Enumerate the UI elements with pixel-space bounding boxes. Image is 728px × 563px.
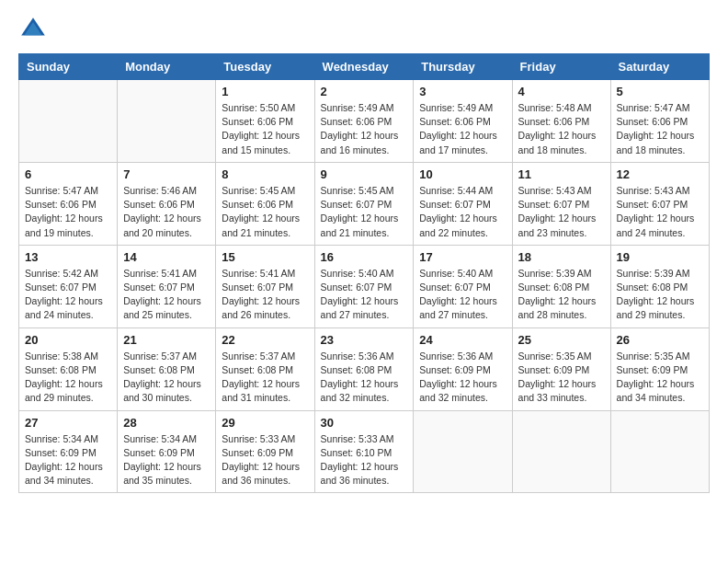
calendar-cell: 1Sunrise: 5:50 AMSunset: 6:06 PMDaylight… bbox=[216, 80, 314, 163]
calendar-cell: 6Sunrise: 5:47 AMSunset: 6:06 PMDaylight… bbox=[19, 162, 118, 245]
calendar-week-row: 6Sunrise: 5:47 AMSunset: 6:06 PMDaylight… bbox=[19, 162, 710, 245]
calendar-cell: 9Sunrise: 5:45 AMSunset: 6:07 PMDaylight… bbox=[314, 162, 414, 245]
day-detail: Sunrise: 5:44 AMSunset: 6:07 PMDaylight:… bbox=[419, 184, 506, 240]
day-number: 6 bbox=[25, 167, 111, 181]
logo-icon bbox=[18, 15, 48, 44]
day-header-monday: Monday bbox=[118, 54, 216, 80]
day-number: 2 bbox=[321, 85, 408, 98]
calendar-cell: 19Sunrise: 5:39 AMSunset: 6:08 PMDayligh… bbox=[610, 245, 709, 327]
calendar-cell: 11Sunrise: 5:43 AMSunset: 6:07 PMDayligh… bbox=[512, 162, 610, 245]
day-header-wednesday: Wednesday bbox=[314, 54, 414, 80]
day-detail: Sunrise: 5:40 AMSunset: 6:07 PMDaylight:… bbox=[419, 267, 506, 323]
day-header-thursday: Thursday bbox=[414, 54, 512, 80]
day-detail: Sunrise: 5:34 AMSunset: 6:09 PMDaylight:… bbox=[25, 432, 111, 488]
day-number: 12 bbox=[617, 167, 703, 181]
day-number: 5 bbox=[617, 85, 703, 98]
day-detail: Sunrise: 5:33 AMSunset: 6:09 PMDaylight:… bbox=[222, 432, 308, 488]
calendar-cell: 23Sunrise: 5:36 AMSunset: 6:08 PMDayligh… bbox=[314, 327, 414, 410]
calendar-cell: 5Sunrise: 5:47 AMSunset: 6:06 PMDaylight… bbox=[610, 80, 709, 163]
day-number: 21 bbox=[123, 333, 210, 347]
calendar-cell: 28Sunrise: 5:34 AMSunset: 6:09 PMDayligh… bbox=[118, 410, 216, 493]
calendar-cell: 18Sunrise: 5:39 AMSunset: 6:08 PMDayligh… bbox=[512, 245, 610, 327]
calendar-cell bbox=[19, 80, 118, 163]
calendar-week-row: 13Sunrise: 5:42 AMSunset: 6:07 PMDayligh… bbox=[19, 245, 710, 327]
day-detail: Sunrise: 5:38 AMSunset: 6:08 PMDaylight:… bbox=[25, 350, 111, 406]
day-number: 8 bbox=[222, 167, 308, 181]
header bbox=[18, 15, 710, 44]
calendar-cell: 3Sunrise: 5:49 AMSunset: 6:06 PMDaylight… bbox=[414, 80, 512, 163]
calendar-cell: 13Sunrise: 5:42 AMSunset: 6:07 PMDayligh… bbox=[19, 245, 118, 327]
logo bbox=[18, 15, 51, 44]
day-number: 14 bbox=[123, 250, 210, 264]
calendar-cell: 22Sunrise: 5:37 AMSunset: 6:08 PMDayligh… bbox=[216, 327, 314, 410]
day-detail: Sunrise: 5:43 AMSunset: 6:07 PMDaylight:… bbox=[617, 184, 703, 240]
calendar-cell: 20Sunrise: 5:38 AMSunset: 6:08 PMDayligh… bbox=[19, 327, 118, 410]
day-number: 11 bbox=[518, 167, 605, 181]
calendar-cell: 25Sunrise: 5:35 AMSunset: 6:09 PMDayligh… bbox=[512, 327, 610, 410]
calendar-cell: 24Sunrise: 5:36 AMSunset: 6:09 PMDayligh… bbox=[414, 327, 512, 410]
calendar-header-row: SundayMondayTuesdayWednesdayThursdayFrid… bbox=[19, 54, 710, 80]
calendar-week-row: 27Sunrise: 5:34 AMSunset: 6:09 PMDayligh… bbox=[19, 410, 710, 493]
calendar-cell bbox=[512, 410, 610, 493]
day-number: 1 bbox=[222, 85, 308, 98]
day-detail: Sunrise: 5:40 AMSunset: 6:07 PMDaylight:… bbox=[321, 267, 408, 323]
day-detail: Sunrise: 5:35 AMSunset: 6:09 PMDaylight:… bbox=[617, 350, 703, 406]
day-detail: Sunrise: 5:33 AMSunset: 6:10 PMDaylight:… bbox=[321, 432, 408, 488]
day-number: 7 bbox=[123, 167, 210, 181]
day-number: 30 bbox=[321, 416, 408, 430]
calendar-cell: 7Sunrise: 5:46 AMSunset: 6:06 PMDaylight… bbox=[118, 162, 216, 245]
day-detail: Sunrise: 5:50 AMSunset: 6:06 PMDaylight:… bbox=[222, 101, 308, 157]
day-detail: Sunrise: 5:46 AMSunset: 6:06 PMDaylight:… bbox=[123, 184, 210, 240]
day-detail: Sunrise: 5:42 AMSunset: 6:07 PMDaylight:… bbox=[25, 267, 111, 323]
calendar-cell: 2Sunrise: 5:49 AMSunset: 6:06 PMDaylight… bbox=[314, 80, 414, 163]
day-detail: Sunrise: 5:36 AMSunset: 6:08 PMDaylight:… bbox=[321, 350, 408, 406]
calendar-cell: 15Sunrise: 5:41 AMSunset: 6:07 PMDayligh… bbox=[216, 245, 314, 327]
day-number: 15 bbox=[222, 250, 308, 264]
day-detail: Sunrise: 5:36 AMSunset: 6:09 PMDaylight:… bbox=[419, 350, 506, 406]
calendar-cell: 16Sunrise: 5:40 AMSunset: 6:07 PMDayligh… bbox=[314, 245, 414, 327]
day-number: 29 bbox=[222, 416, 308, 430]
day-number: 22 bbox=[222, 333, 308, 347]
day-detail: Sunrise: 5:37 AMSunset: 6:08 PMDaylight:… bbox=[222, 350, 308, 406]
day-number: 25 bbox=[518, 333, 605, 347]
day-number: 20 bbox=[25, 333, 111, 347]
day-number: 16 bbox=[321, 250, 408, 264]
calendar-week-row: 20Sunrise: 5:38 AMSunset: 6:08 PMDayligh… bbox=[19, 327, 710, 410]
day-number: 10 bbox=[419, 167, 506, 181]
day-number: 13 bbox=[25, 250, 111, 264]
day-number: 17 bbox=[419, 250, 506, 264]
day-header-saturday: Saturday bbox=[610, 54, 709, 80]
calendar-cell: 17Sunrise: 5:40 AMSunset: 6:07 PMDayligh… bbox=[414, 245, 512, 327]
day-detail: Sunrise: 5:35 AMSunset: 6:09 PMDaylight:… bbox=[518, 350, 605, 406]
day-detail: Sunrise: 5:49 AMSunset: 6:06 PMDaylight:… bbox=[419, 101, 506, 157]
day-number: 18 bbox=[518, 250, 605, 264]
calendar-cell: 14Sunrise: 5:41 AMSunset: 6:07 PMDayligh… bbox=[118, 245, 216, 327]
day-detail: Sunrise: 5:39 AMSunset: 6:08 PMDaylight:… bbox=[518, 267, 605, 323]
day-detail: Sunrise: 5:48 AMSunset: 6:06 PMDaylight:… bbox=[518, 101, 605, 157]
calendar-cell bbox=[118, 80, 216, 163]
day-detail: Sunrise: 5:47 AMSunset: 6:06 PMDaylight:… bbox=[617, 101, 703, 157]
day-detail: Sunrise: 5:45 AMSunset: 6:07 PMDaylight:… bbox=[321, 184, 408, 240]
calendar-cell: 8Sunrise: 5:45 AMSunset: 6:06 PMDaylight… bbox=[216, 162, 314, 245]
day-detail: Sunrise: 5:41 AMSunset: 6:07 PMDaylight:… bbox=[123, 267, 210, 323]
page-container: SundayMondayTuesdayWednesdayThursdayFrid… bbox=[0, 0, 728, 508]
day-header-tuesday: Tuesday bbox=[216, 54, 314, 80]
calendar-cell: 21Sunrise: 5:37 AMSunset: 6:08 PMDayligh… bbox=[118, 327, 216, 410]
day-header-sunday: Sunday bbox=[19, 54, 118, 80]
day-number: 26 bbox=[617, 333, 703, 347]
day-detail: Sunrise: 5:37 AMSunset: 6:08 PMDaylight:… bbox=[123, 350, 210, 406]
calendar-cell bbox=[610, 410, 709, 493]
calendar-cell: 27Sunrise: 5:34 AMSunset: 6:09 PMDayligh… bbox=[19, 410, 118, 493]
day-number: 19 bbox=[617, 250, 703, 264]
calendar-cell: 29Sunrise: 5:33 AMSunset: 6:09 PMDayligh… bbox=[216, 410, 314, 493]
calendar-cell: 30Sunrise: 5:33 AMSunset: 6:10 PMDayligh… bbox=[314, 410, 414, 493]
day-detail: Sunrise: 5:43 AMSunset: 6:07 PMDaylight:… bbox=[518, 184, 605, 240]
day-detail: Sunrise: 5:49 AMSunset: 6:06 PMDaylight:… bbox=[321, 101, 408, 157]
calendar-cell: 10Sunrise: 5:44 AMSunset: 6:07 PMDayligh… bbox=[414, 162, 512, 245]
day-number: 28 bbox=[123, 416, 210, 430]
calendar-cell: 12Sunrise: 5:43 AMSunset: 6:07 PMDayligh… bbox=[610, 162, 709, 245]
calendar-cell bbox=[414, 410, 512, 493]
calendar-cell: 4Sunrise: 5:48 AMSunset: 6:06 PMDaylight… bbox=[512, 80, 610, 163]
calendar-table: SundayMondayTuesdayWednesdayThursdayFrid… bbox=[18, 53, 710, 493]
day-header-friday: Friday bbox=[512, 54, 610, 80]
